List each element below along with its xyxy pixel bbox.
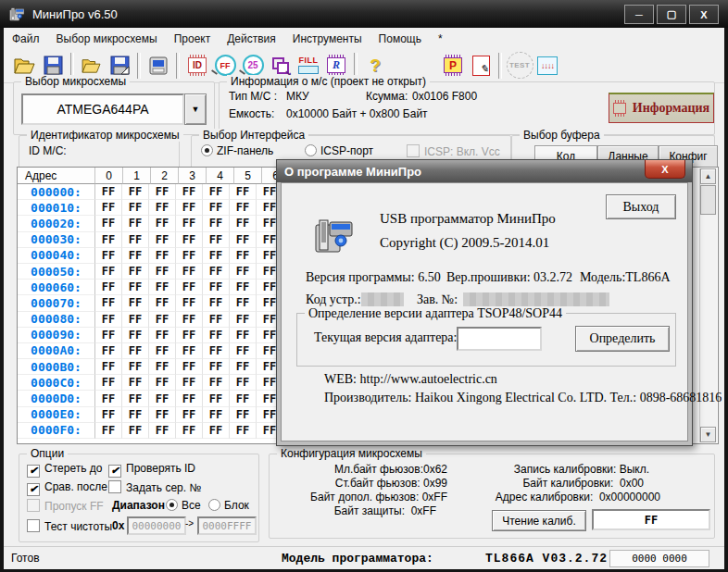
hex-cell[interactable]: FF bbox=[95, 232, 122, 248]
hex-cell[interactable]: FF bbox=[176, 375, 203, 391]
hex-cell[interactable]: FF bbox=[203, 295, 230, 311]
hex-cell[interactable]: FF bbox=[176, 328, 203, 343]
hex-cell[interactable]: FF bbox=[95, 295, 122, 311]
hex-cell[interactable]: FF bbox=[149, 328, 176, 343]
adapter-version-input[interactable] bbox=[457, 327, 542, 351]
hex-cell[interactable]: FF bbox=[122, 312, 149, 328]
hex-cell[interactable]: FF bbox=[95, 359, 122, 375]
hex-cell[interactable]: FF bbox=[203, 264, 230, 280]
blank-check-checkbox[interactable]: Тест чистоты bbox=[27, 519, 112, 533]
hex-cell[interactable]: FF bbox=[230, 200, 257, 216]
hex-cell[interactable]: FF bbox=[95, 280, 122, 295]
web-link[interactable]: WEB: http://www.autoelectric.cn bbox=[324, 372, 497, 387]
hex-cell[interactable]: FF bbox=[203, 343, 230, 359]
dialog-close-button[interactable]: X bbox=[645, 160, 685, 179]
hex-cell[interactable]: FF bbox=[149, 312, 176, 328]
scroll-down-icon[interactable]: ▼ bbox=[700, 427, 716, 442]
hex-cell[interactable]: FF bbox=[203, 423, 230, 439]
chip-select-combo[interactable]: ATMEGA644PA bbox=[21, 93, 184, 125]
menu-item-5[interactable]: Инструменты bbox=[284, 31, 370, 47]
calibration-value-field[interactable]: FF bbox=[592, 509, 710, 530]
hex-cell[interactable]: FF bbox=[176, 407, 203, 423]
verify-checkbox[interactable]: ✔Срав. после bbox=[27, 480, 107, 496]
hex-cell[interactable]: FF bbox=[122, 375, 149, 391]
hex-cell[interactable]: FF bbox=[176, 264, 203, 280]
hex-cell[interactable]: FF bbox=[122, 423, 149, 439]
chip-select-dropdown-icon[interactable]: ▼ bbox=[184, 93, 207, 125]
hex-cell[interactable]: FF bbox=[203, 391, 230, 406]
maximize-button[interactable]: ▢ bbox=[657, 5, 686, 24]
hex-cell[interactable]: FF bbox=[230, 232, 257, 248]
hex-cell[interactable]: FF bbox=[203, 407, 230, 423]
hex-cell[interactable]: FF bbox=[203, 280, 230, 295]
hex-cell[interactable]: FF bbox=[203, 248, 230, 264]
hex-cell[interactable]: FF bbox=[230, 248, 257, 264]
menu-item-2[interactable]: Выбор микросхемы bbox=[48, 31, 166, 47]
hex-cell[interactable]: FF bbox=[122, 359, 149, 375]
hex-cell[interactable]: FF bbox=[122, 232, 149, 248]
hex-cell[interactable]: FF bbox=[203, 184, 230, 200]
hex-cell[interactable]: FF bbox=[149, 200, 176, 216]
hex-cell[interactable]: FF bbox=[230, 184, 257, 200]
hex-cell[interactable]: FF bbox=[122, 280, 149, 295]
hex-cell[interactable]: FF bbox=[230, 375, 257, 391]
hex-cell[interactable]: FF bbox=[176, 312, 203, 328]
hex-cell[interactable]: FF bbox=[176, 295, 203, 311]
hex-cell[interactable]: FF bbox=[149, 343, 176, 359]
hex-cell[interactable]: FF bbox=[230, 407, 257, 423]
read-calibration-button[interactable]: Чтение калиб. bbox=[492, 510, 586, 531]
hex-cell[interactable]: FF bbox=[122, 216, 149, 231]
hex-cell[interactable]: FF bbox=[176, 343, 203, 359]
hex-cell[interactable]: FF bbox=[149, 423, 176, 439]
detect-button[interactable]: Определить bbox=[575, 326, 670, 352]
hex-cell[interactable]: FF bbox=[95, 216, 122, 231]
hex-cell[interactable]: FF bbox=[95, 391, 122, 406]
hex-cell[interactable]: FF bbox=[149, 407, 176, 423]
hex-cell[interactable]: FF bbox=[122, 407, 149, 423]
hex-cell[interactable]: FF bbox=[122, 391, 149, 406]
hex-cell[interactable]: FF bbox=[122, 248, 149, 264]
hex-cell[interactable]: FF bbox=[203, 312, 230, 328]
hex-cell[interactable]: FF bbox=[176, 359, 203, 375]
toolbar-edit-buffer-icon[interactable]: ✎ bbox=[467, 52, 495, 80]
hex-cell[interactable]: FF bbox=[176, 200, 203, 216]
hex-cell[interactable]: FF bbox=[95, 248, 122, 264]
toolbar-test-icon[interactable]: TEST bbox=[506, 52, 533, 80]
hex-cell[interactable]: FF bbox=[230, 264, 257, 280]
hex-cell[interactable]: FF bbox=[95, 343, 122, 359]
hex-cell[interactable]: FF bbox=[230, 216, 257, 231]
serial-checkbox[interactable]: Задать сер. № bbox=[108, 480, 201, 494]
hex-cell[interactable]: FF bbox=[176, 216, 203, 231]
range-all-radio[interactable]: Все bbox=[166, 499, 201, 512]
toolbar-programmer-selftest-icon[interactable] bbox=[144, 52, 172, 80]
hex-cell[interactable]: FF bbox=[122, 295, 149, 311]
hex-cell[interactable]: FF bbox=[203, 232, 230, 248]
hex-cell[interactable]: FF bbox=[95, 200, 122, 216]
info-button[interactable]: Информация bbox=[609, 93, 714, 123]
hex-cell[interactable]: FF bbox=[95, 375, 122, 391]
toolbar-chip-id-icon[interactable]: ID bbox=[183, 52, 211, 80]
hex-cell[interactable]: FF bbox=[95, 328, 122, 343]
hex-cell[interactable]: FF bbox=[230, 343, 257, 359]
menu-item-1[interactable]: Файл bbox=[4, 31, 48, 47]
toolbar-chip-program-icon[interactable]: P bbox=[439, 52, 467, 80]
scroll-thumb[interactable] bbox=[700, 185, 716, 215]
menu-item-6[interactable]: Помощь bbox=[370, 31, 430, 47]
close-button[interactable]: X bbox=[689, 5, 719, 24]
hex-cell[interactable]: FF bbox=[122, 264, 149, 280]
hex-cell[interactable]: FF bbox=[176, 184, 203, 200]
hex-cell[interactable]: FF bbox=[230, 312, 257, 328]
hex-cell[interactable]: FF bbox=[176, 280, 203, 295]
hex-cell[interactable]: FF bbox=[230, 280, 257, 295]
hex-cell[interactable]: FF bbox=[149, 216, 176, 231]
hex-cell[interactable]: FF bbox=[149, 375, 176, 391]
erase-checkbox[interactable]: ✔Стереть до bbox=[27, 462, 102, 478]
hex-cell[interactable]: FF bbox=[149, 359, 176, 375]
hex-cell[interactable]: FF bbox=[149, 264, 176, 280]
hex-cell[interactable]: FF bbox=[203, 375, 230, 391]
hex-cell[interactable]: FF bbox=[95, 407, 122, 423]
hex-cell[interactable]: FF bbox=[203, 216, 230, 231]
hex-cell[interactable]: FF bbox=[149, 184, 176, 200]
hex-cell[interactable]: FF bbox=[230, 423, 257, 439]
hex-cell[interactable]: FF bbox=[122, 343, 149, 359]
